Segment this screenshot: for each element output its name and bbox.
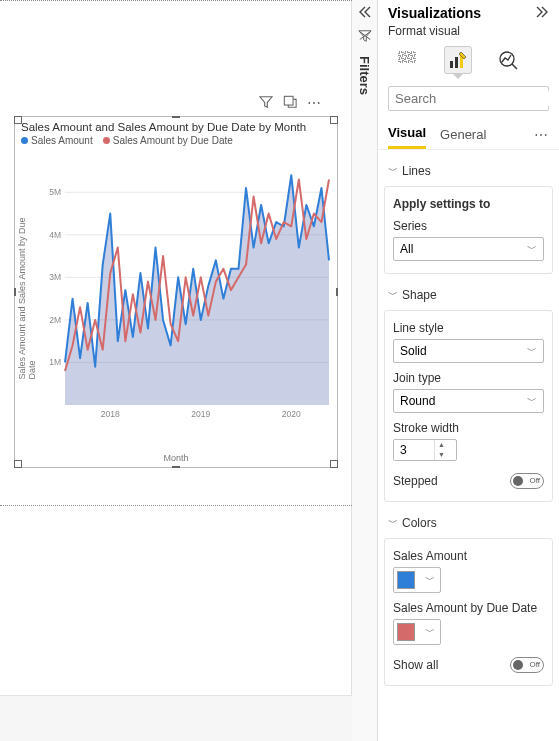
svg-rect-14 bbox=[399, 52, 403, 56]
chevron-down-icon: ﹀ bbox=[425, 625, 435, 639]
line-style-value: Solid bbox=[400, 344, 427, 358]
tab-visual[interactable]: Visual bbox=[388, 121, 426, 149]
section-shape-label: Shape bbox=[402, 288, 437, 302]
canvas-area: ⋯ Sales Amount and Sales Amount by Due D… bbox=[0, 0, 352, 741]
svg-rect-18 bbox=[405, 58, 409, 62]
legend-item-s1[interactable]: Sales Amount bbox=[21, 135, 93, 146]
line-style-label: Line style bbox=[393, 321, 544, 335]
svg-text:2019: 2019 bbox=[191, 409, 210, 419]
resize-handle-bl[interactable] bbox=[14, 460, 22, 468]
join-type-select[interactable]: Round ﹀ bbox=[393, 389, 544, 413]
svg-text:3M: 3M bbox=[49, 272, 61, 282]
format-visual-icon[interactable] bbox=[444, 46, 472, 74]
line-style-select[interactable]: Solid ﹀ bbox=[393, 339, 544, 363]
svg-rect-16 bbox=[411, 52, 415, 56]
section-lines-label: Lines bbox=[402, 164, 431, 178]
chart-plot[interactable]: 1M2M3M4M5M201820192020 bbox=[37, 165, 333, 437]
svg-text:2M: 2M bbox=[49, 315, 61, 325]
viz-panel-subtitle: Format visual bbox=[378, 24, 559, 44]
chart-toolbar: ⋯ bbox=[259, 95, 321, 112]
stepper-down-icon[interactable]: ▼ bbox=[435, 450, 448, 460]
stepped-toggle[interactable]: Off bbox=[510, 473, 544, 489]
resize-handle-t[interactable] bbox=[172, 116, 180, 118]
stroke-width-stepper[interactable]: ▲ ▼ bbox=[393, 439, 457, 461]
stroke-width-input[interactable] bbox=[394, 440, 434, 460]
svg-rect-17 bbox=[399, 58, 403, 62]
legend-label-s2: Sales Amount by Due Date bbox=[113, 135, 233, 146]
search-input[interactable] bbox=[395, 91, 559, 106]
stroke-width-label: Stroke width bbox=[393, 421, 544, 435]
resize-handle-tr[interactable] bbox=[330, 116, 338, 124]
chevron-down-icon: ﹀ bbox=[527, 394, 537, 408]
legend-item-s2[interactable]: Sales Amount by Due Date bbox=[103, 135, 233, 146]
resize-handle-b[interactable] bbox=[172, 466, 180, 468]
svg-text:2020: 2020 bbox=[282, 409, 301, 419]
visualizations-panel: Visualizations Format visual Visual Gene… bbox=[378, 0, 559, 741]
resize-handle-br[interactable] bbox=[330, 460, 338, 468]
color-swatch-box bbox=[397, 623, 415, 641]
y-axis-label: Sales Amount and Sales Amount by Due Dat… bbox=[17, 205, 37, 380]
chevron-down-icon: ﹀ bbox=[527, 344, 537, 358]
chart-svg: 1M2M3M4M5M201820192020 bbox=[37, 165, 333, 437]
filters-label: Filters bbox=[357, 56, 372, 95]
svg-rect-15 bbox=[405, 52, 409, 56]
legend-label-s1: Sales Amount bbox=[31, 135, 93, 146]
color-s1-label: Sales Amount bbox=[393, 549, 544, 563]
color-s1-picker[interactable]: ﹀ bbox=[393, 567, 441, 593]
x-axis-label: Month bbox=[163, 453, 188, 463]
analytics-icon[interactable] bbox=[494, 46, 522, 74]
canvas-bottom-divider bbox=[0, 505, 352, 506]
chart-legend: Sales Amount Sales Amount by Due Date bbox=[15, 135, 337, 150]
svg-rect-20 bbox=[450, 61, 453, 68]
stepper-up-icon[interactable]: ▲ bbox=[435, 440, 448, 450]
toggle-state: Off bbox=[529, 658, 540, 672]
svg-text:1M: 1M bbox=[49, 357, 61, 367]
toggle-knob bbox=[513, 660, 523, 670]
series-value: All bbox=[400, 242, 413, 256]
color-s2-label: Sales Amount by Due Date bbox=[393, 601, 544, 615]
section-colors-header[interactable]: ﹀ Colors bbox=[384, 512, 553, 534]
chevron-down-icon: ﹀ bbox=[388, 516, 398, 530]
tab-general[interactable]: General bbox=[440, 123, 486, 148]
filters-pane-collapsed[interactable]: Filters bbox=[352, 0, 378, 741]
section-shape-header[interactable]: ﹀ Shape bbox=[384, 284, 553, 306]
section-shape: ﹀ Shape Line style Solid ﹀ Join type Rou… bbox=[384, 284, 553, 502]
stepped-label: Stepped bbox=[393, 474, 438, 488]
toggle-state: Off bbox=[529, 474, 540, 488]
filters-icon[interactable] bbox=[352, 29, 377, 46]
svg-text:5M: 5M bbox=[49, 187, 61, 197]
resize-handle-r[interactable] bbox=[336, 288, 338, 296]
svg-rect-0 bbox=[284, 96, 293, 105]
filter-icon[interactable] bbox=[259, 95, 273, 112]
chart-visual[interactable]: ⋯ Sales Amount and Sales Amount by Due D… bbox=[14, 116, 338, 468]
search-box[interactable] bbox=[388, 86, 549, 111]
canvas-top-divider bbox=[0, 0, 352, 1]
viz-panel-title: Visualizations bbox=[388, 5, 481, 21]
color-s2-picker[interactable]: ﹀ bbox=[393, 619, 441, 645]
expand-right-icon[interactable] bbox=[535, 4, 549, 22]
section-lines-header[interactable]: ﹀ Lines bbox=[384, 160, 553, 182]
svg-text:4M: 4M bbox=[49, 230, 61, 240]
more-options-icon[interactable]: ⋯ bbox=[307, 95, 321, 112]
apply-settings-label: Apply settings to bbox=[393, 197, 544, 211]
series-select[interactable]: All ﹀ bbox=[393, 237, 544, 261]
collapse-left-icon[interactable] bbox=[352, 6, 377, 21]
canvas-footer-area bbox=[0, 695, 352, 741]
resize-handle-tl[interactable] bbox=[14, 116, 22, 124]
chart-title: Sales Amount and Sales Amount by Due Dat… bbox=[15, 117, 337, 135]
build-visual-icon[interactable] bbox=[394, 46, 422, 74]
section-lines: ﹀ Lines Apply settings to Series All ﹀ bbox=[384, 160, 553, 274]
chevron-down-icon: ﹀ bbox=[388, 288, 398, 302]
join-type-value: Round bbox=[400, 394, 435, 408]
focus-mode-icon[interactable] bbox=[283, 95, 297, 112]
color-swatch-box bbox=[397, 571, 415, 589]
format-mode-icons bbox=[378, 44, 559, 84]
resize-handle-l[interactable] bbox=[14, 288, 16, 296]
show-all-toggle[interactable]: Off bbox=[510, 657, 544, 673]
format-tabs: Visual General ⋯ bbox=[378, 121, 559, 150]
svg-text:2018: 2018 bbox=[101, 409, 120, 419]
tab-more-icon[interactable]: ⋯ bbox=[534, 127, 549, 143]
toggle-knob bbox=[513, 476, 523, 486]
svg-rect-19 bbox=[411, 58, 415, 62]
show-all-label: Show all bbox=[393, 658, 438, 672]
